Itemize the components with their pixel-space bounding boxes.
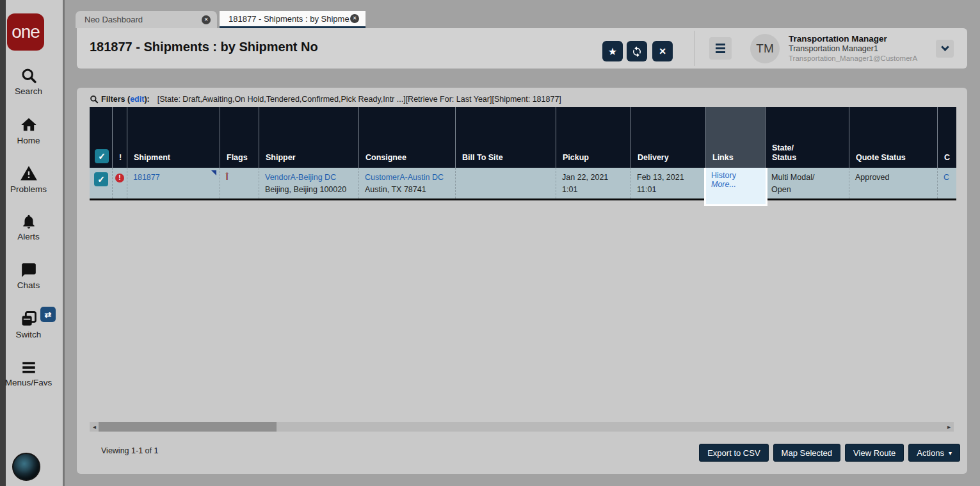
header-quote-status[interactable]: Quote Status — [849, 107, 938, 168]
actions-dropdown-button[interactable]: Actions▾ — [908, 444, 960, 462]
shipper-link[interactable]: VendorA-Beijing DC — [265, 173, 336, 182]
header-select-all: ✓ — [90, 107, 113, 168]
sidebar-item-chats[interactable]: Chats — [0, 262, 57, 290]
horizontal-scrollbar[interactable]: ◂ ▸ — [90, 422, 954, 432]
refresh-icon — [631, 45, 643, 57]
tab-close-icon[interactable]: ✕ — [202, 15, 211, 24]
home-icon — [20, 116, 38, 134]
row-checkbox[interactable]: ✓ — [94, 172, 108, 186]
header-shipper[interactable]: Shipper — [259, 107, 359, 168]
page-title: 181877 - Shipments : by Shipment No — [90, 40, 318, 54]
avatar-initials: TM — [756, 42, 773, 56]
check-icon: ✓ — [97, 174, 105, 186]
temperature-flag-icon[interactable]: Î — [226, 173, 228, 182]
filters-bar: Filters (edit): [State: Draft,Awaiting,O… — [90, 95, 561, 104]
row-pickup-cell: Jan 22, 2021 1:01 AM - 1:01 AM — [556, 168, 631, 198]
error-alert-icon[interactable]: ! — [115, 174, 124, 182]
header-state-status[interactable]: State/ Status — [766, 107, 849, 168]
header-consignee[interactable]: Consignee — [359, 107, 456, 168]
header-flags[interactable]: Flags — [220, 107, 259, 168]
user-account: Transportation_Manager1@CustomerA — [789, 54, 917, 64]
user-menu-button[interactable] — [936, 40, 954, 58]
grid-header-row: ✓ ! Shipment Flags Shipper Consignee Bil… — [90, 107, 956, 168]
header-menu-button[interactable] — [709, 37, 732, 60]
row-bill-to-site-cell — [456, 168, 556, 198]
carrier-link-partial[interactable]: C — [944, 173, 949, 182]
search-icon — [20, 67, 38, 85]
refresh-button[interactable] — [627, 41, 647, 61]
assistant-avatar[interactable] — [12, 453, 40, 481]
favorite-button[interactable]: ★ — [602, 41, 623, 61]
filters-label: Filters (edit): — [101, 95, 150, 104]
page-header: 181877 - Shipments : by Shipment No ★ ✕ … — [77, 28, 967, 69]
tab-label: Neo Dashboard — [76, 15, 202, 24]
sidebar-item-home[interactable]: Home — [0, 116, 57, 145]
warning-icon — [20, 165, 38, 182]
tab-shipments-active[interactable]: 181877 - Shipments : by Shipme... ✕ — [220, 11, 365, 28]
map-selected-button[interactable]: Map Selected — [773, 444, 841, 462]
pickup-datetime: Jan 22, 2021 1:01 — [562, 173, 608, 194]
sidebar-item-label: Chats — [17, 280, 40, 290]
quote-status-value: Approved — [855, 173, 890, 182]
switch-icon — [20, 310, 38, 328]
star-icon: ★ — [608, 45, 617, 58]
user-info: Transportation Manager Transportation Ma… — [789, 34, 917, 64]
header-links[interactable]: Links — [706, 107, 766, 168]
select-all-checkbox[interactable]: ✓ — [95, 149, 109, 163]
shipper-address: Beijing, Beijing 100020 — [265, 185, 346, 194]
header-shipment[interactable]: Shipment — [127, 107, 220, 168]
filters-edit-link[interactable]: edit — [130, 95, 144, 104]
more-links-link[interactable]: More... — [711, 180, 736, 189]
sidebar-item-alerts[interactable]: Alerts — [0, 213, 57, 241]
chat-bubble-icon — [20, 262, 37, 279]
hamburger-icon — [20, 359, 38, 376]
user-name: Transportation Manager1 — [789, 44, 917, 54]
scroll-left-arrow[interactable]: ◂ — [90, 422, 99, 432]
shipments-grid-panel: Filters (edit): [State: Draft,Awaiting,O… — [77, 88, 967, 474]
app-root: one Search Home Problems Alerts Chats Sw… — [0, 0, 980, 486]
one-network-logo[interactable]: one — [7, 13, 44, 51]
sidebar-divider — [63, 0, 65, 486]
sidebar-item-search[interactable]: Search — [0, 67, 57, 96]
row-shipment-cell: 181877 — [127, 168, 220, 198]
table-row[interactable]: ✓ ! 181877 Î VendorA-Beijing DC Beijing,… — [90, 168, 956, 200]
user-role: Transportation Manager — [789, 34, 917, 44]
scroll-right-arrow[interactable]: ▸ — [945, 422, 953, 432]
logo-text: one — [12, 22, 40, 42]
note-corner-icon — [211, 170, 216, 175]
header-delivery[interactable]: Delivery — [631, 107, 706, 168]
caret-down-icon: ▾ — [949, 450, 952, 457]
chevron-down-icon — [941, 43, 949, 51]
scrollbar-thumb[interactable] — [99, 422, 277, 432]
row-shipper-cell: VendorA-Beijing DC Beijing, Beijing 1000… — [259, 168, 359, 198]
view-route-button[interactable]: View Route — [845, 444, 904, 462]
tab-close-icon[interactable]: ✕ — [350, 14, 359, 23]
header-alert[interactable]: ! — [113, 107, 127, 168]
history-link[interactable]: History — [711, 171, 736, 180]
row-flags-cell: Î — [220, 168, 259, 198]
tab-label: 181877 - Shipments : by Shipme... — [220, 14, 350, 24]
sidebar-item-label: Problems — [10, 184, 47, 194]
user-avatar[interactable]: TM — [750, 34, 780, 63]
shipment-link[interactable]: 181877 — [133, 173, 160, 182]
header-pickup[interactable]: Pickup — [556, 107, 631, 168]
header-divider — [695, 31, 695, 66]
links-column-highlight: History More... — [704, 168, 767, 206]
row-quote-status-cell: Approved — [849, 168, 938, 198]
consignee-address: Austin, TX 78741 — [365, 185, 426, 194]
close-view-button[interactable]: ✕ — [652, 41, 673, 61]
check-icon: ✓ — [98, 151, 106, 161]
row-alert-cell: ! — [113, 168, 127, 198]
consignee-link[interactable]: CustomerA-Austin DC — [365, 173, 444, 182]
export-to-csv-button[interactable]: Export to CSV — [699, 444, 768, 462]
sidebar-item-menus-favs[interactable]: Menus/Favs — [0, 359, 57, 387]
menu-icon — [716, 44, 725, 45]
header-bill-to-site[interactable]: Bill To Site — [456, 107, 556, 168]
tab-neo-dashboard[interactable]: Neo Dashboard ✕ — [76, 11, 217, 28]
sidebar-item-switch[interactable]: Switch ⇄ — [0, 310, 57, 339]
viewing-count: Viewing 1-1 of 1 — [101, 446, 158, 455]
header-carrier-partial[interactable]: C — [938, 107, 956, 168]
sidebar-item-problems[interactable]: Problems — [0, 165, 57, 194]
switch-badge[interactable]: ⇄ — [40, 307, 56, 322]
row-carrier-cell: C — [938, 168, 956, 198]
